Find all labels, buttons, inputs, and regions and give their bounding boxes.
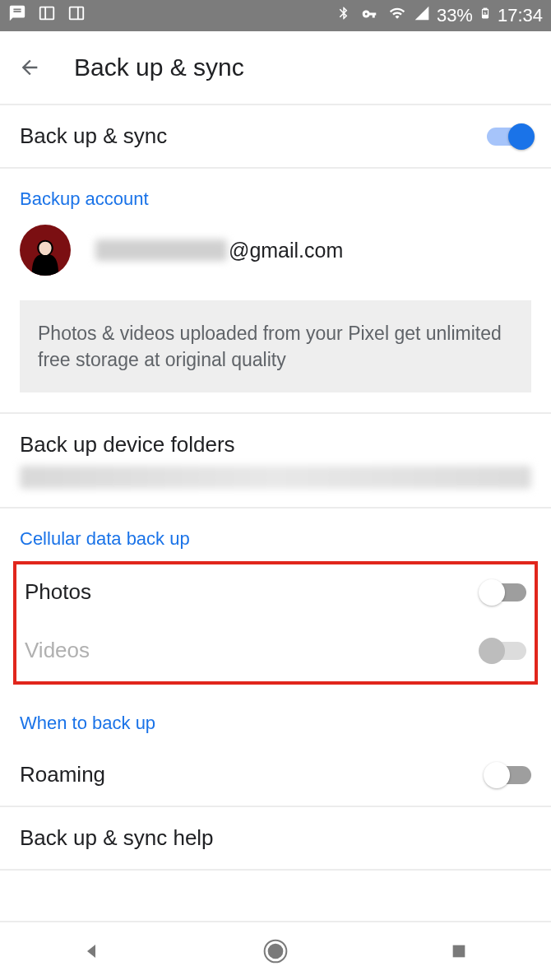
cellular-photos-row[interactable]: Photos xyxy=(16,564,535,620)
panel-icon xyxy=(38,4,56,27)
nav-back-button[interactable] xyxy=(78,937,106,965)
backup-sync-label: Back up & sync xyxy=(20,123,167,149)
bluetooth-icon xyxy=(336,3,351,28)
wifi-icon xyxy=(387,5,407,26)
svg-rect-5 xyxy=(484,8,487,10)
redacted-email-prefix xyxy=(95,239,227,261)
svg-rect-6 xyxy=(483,15,488,17)
battery-percent: 33% xyxy=(437,5,473,26)
device-folders-label: Back up device folders xyxy=(20,432,235,457)
backup-sync-toggle-row[interactable]: Back up & sync xyxy=(0,105,551,167)
chat-icon xyxy=(8,4,26,27)
app-bar: Back up & sync xyxy=(0,31,551,105)
status-bar: 33% 17:34 xyxy=(0,0,551,31)
device-folders-row[interactable]: Back up device folders xyxy=(0,414,551,462)
battery-icon xyxy=(479,4,491,27)
nav-recent-button[interactable] xyxy=(445,937,473,965)
backup-sync-toggle[interactable] xyxy=(487,128,531,146)
svg-rect-2 xyxy=(70,7,84,20)
backup-account-row[interactable]: @gmail.com xyxy=(0,220,551,292)
highlighted-area: Photos Videos xyxy=(13,561,538,685)
svg-rect-9 xyxy=(453,945,465,958)
clock-time: 17:34 xyxy=(498,5,543,26)
device-folders-subtitle-redacted xyxy=(20,466,531,489)
cellular-videos-toggle[interactable] xyxy=(482,642,526,660)
svg-rect-0 xyxy=(40,7,54,20)
when-section-label: When to back up xyxy=(0,693,551,744)
svg-point-8 xyxy=(268,944,284,959)
help-label: Back up & sync help xyxy=(20,825,214,851)
cellular-section-label: Cellular data back up xyxy=(0,509,551,560)
panel-icon-2 xyxy=(67,4,86,27)
cellular-photos-label: Photos xyxy=(25,579,91,605)
cell-signal-icon xyxy=(414,5,430,26)
account-email: @gmail.com xyxy=(95,239,343,262)
storage-info-card: Photos & videos uploaded from your Pixel… xyxy=(20,300,531,392)
avatar xyxy=(20,225,71,276)
page-title: Back up & sync xyxy=(74,53,244,81)
cellular-videos-row[interactable]: Videos xyxy=(16,620,535,681)
roaming-row[interactable]: Roaming xyxy=(0,744,551,806)
backup-account-section-label: Backup account xyxy=(0,169,551,220)
back-button[interactable] xyxy=(18,56,41,79)
cellular-photos-toggle[interactable] xyxy=(482,583,526,601)
vpn-key-icon xyxy=(358,5,381,26)
cellular-videos-label: Videos xyxy=(25,638,90,663)
roaming-label: Roaming xyxy=(20,762,105,787)
roaming-toggle[interactable] xyxy=(487,766,531,784)
system-nav-bar xyxy=(0,921,551,980)
help-row[interactable]: Back up & sync help xyxy=(0,807,551,869)
nav-home-button[interactable] xyxy=(262,937,289,965)
email-suffix: @gmail.com xyxy=(229,239,343,262)
